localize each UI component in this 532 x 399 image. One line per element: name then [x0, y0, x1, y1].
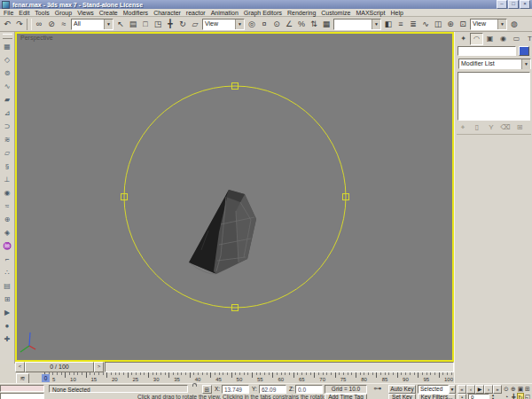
- named-selection-dropdown[interactable]: ▼: [333, 19, 381, 30]
- track-bar[interactable]: ≋ 0 510152025303540455055606570758085909…: [15, 372, 454, 383]
- create-plane-icon[interactable]: ▱: [1, 146, 14, 160]
- layer-manager-icon[interactable]: ≣: [407, 18, 419, 30]
- current-frame-marker[interactable]: 0: [42, 374, 50, 382]
- tab-display-icon[interactable]: ▭: [510, 33, 523, 45]
- select-and-manipulate-icon[interactable]: ¤: [258, 18, 270, 30]
- current-frame-field[interactable]: [468, 394, 489, 399]
- menu-item-edit[interactable]: Edit: [19, 10, 29, 16]
- reference-coordinate-dropdown[interactable]: View ▼: [202, 19, 245, 30]
- create-fracture-icon[interactable]: ◈: [1, 226, 14, 239]
- menu-item-rendering[interactable]: Rendering: [287, 10, 316, 16]
- bind-to-space-warp-icon[interactable]: ≈: [58, 18, 70, 30]
- percent-snap-icon[interactable]: %: [295, 18, 308, 30]
- time-slider-track[interactable]: [105, 362, 454, 372]
- open-property-editor-icon[interactable]: ▤: [1, 279, 14, 293]
- create-wind-icon[interactable]: ≈: [1, 200, 14, 213]
- select-and-link-icon[interactable]: ∞: [33, 18, 45, 30]
- quick-render-icon[interactable]: ◍: [508, 18, 520, 30]
- render-type-dropdown[interactable]: View ▼: [470, 19, 507, 30]
- chevron-down-icon[interactable]: ▼: [104, 20, 113, 29]
- menu-item-animation[interactable]: Animation: [211, 10, 239, 16]
- create-water-icon[interactable]: ♒: [1, 239, 14, 253]
- make-unique-icon[interactable]: Y: [485, 122, 497, 133]
- chevron-down-icon[interactable]: ▼: [372, 20, 380, 29]
- menu-item-create[interactable]: Create: [99, 10, 118, 16]
- point-point-constraint-icon[interactable]: ∴: [1, 266, 14, 279]
- maximize-button[interactable]: □: [508, 0, 519, 9]
- maxscript-mini-listener-macro[interactable]: [0, 385, 44, 392]
- tab-motion-icon[interactable]: ◉: [497, 33, 510, 45]
- remove-modifier-icon[interactable]: ⌫: [499, 122, 512, 133]
- toolbar-drag-handle[interactable]: [3, 34, 12, 39]
- select-and-scale-icon[interactable]: ▱: [189, 18, 201, 30]
- align-icon[interactable]: ≡: [395, 18, 407, 30]
- create-toy-car-icon[interactable]: ⊕: [1, 213, 14, 226]
- track-bar-ruler[interactable]: 0 51015202530354045505560657075808590951…: [29, 372, 453, 383]
- snap-toggle-icon[interactable]: ⊙: [270, 18, 283, 30]
- cloth-collection-icon[interactable]: ◇: [1, 53, 14, 66]
- frame-spinner[interactable]: ▲▼: [490, 394, 496, 399]
- menu-item-help[interactable]: Help: [390, 10, 403, 16]
- min-max-toggle-icon[interactable]: ◱: [524, 393, 531, 399]
- play-animation-icon[interactable]: ▶: [475, 385, 484, 394]
- window-crossing-icon[interactable]: ◳: [152, 18, 164, 30]
- chevron-down-icon[interactable]: ▼: [449, 385, 456, 394]
- create-animation-icon[interactable]: ●: [1, 319, 14, 332]
- tab-modify-icon[interactable]: ◠: [470, 33, 483, 45]
- menu-item-graph-editors[interactable]: Graph Editors: [244, 10, 282, 16]
- menu-item-views[interactable]: Views: [77, 10, 94, 16]
- menu-item-modifiers[interactable]: Modifiers: [123, 10, 148, 16]
- close-button[interactable]: ×: [520, 0, 530, 9]
- preview-animation-icon[interactable]: ▶: [1, 306, 14, 319]
- menu-item-tools[interactable]: Tools: [35, 10, 49, 16]
- material-editor-icon[interactable]: ⊛: [444, 18, 457, 30]
- reactor-utils-icon[interactable]: ✚: [1, 332, 14, 346]
- select-by-name-icon[interactable]: ▤: [127, 18, 139, 30]
- show-end-result-icon[interactable]: ▯: [471, 122, 483, 133]
- select-and-move-icon[interactable]: ╋: [164, 18, 176, 30]
- tab-utilities-icon[interactable]: T: [523, 33, 532, 45]
- selection-lock-icon[interactable]: [191, 386, 200, 394]
- modifier-stack-list[interactable]: [458, 72, 530, 121]
- y-coordinate-field[interactable]: [259, 385, 286, 394]
- scene-object[interactable]: [189, 190, 256, 274]
- chevron-down-icon[interactable]: ▼: [497, 20, 506, 29]
- use-pivot-point-center-icon[interactable]: ◎: [246, 18, 258, 30]
- create-spring-icon[interactable]: §: [1, 160, 14, 173]
- mirror-icon[interactable]: ◧: [382, 18, 395, 30]
- rigid-body-collection-icon[interactable]: ▦: [1, 40, 14, 53]
- time-configuration-icon[interactable]: ◔: [503, 393, 510, 399]
- arc-rotate-icon[interactable]: ↻: [517, 393, 524, 399]
- x-coordinate-field[interactable]: [222, 385, 249, 394]
- spinner-snap-icon[interactable]: ⇅: [308, 18, 320, 30]
- minimize-button[interactable]: –: [497, 0, 507, 9]
- menu-item-reactor[interactable]: reactor: [186, 10, 206, 16]
- set-key-button[interactable]: Set Key: [388, 394, 416, 399]
- menu-item-maxscript[interactable]: MAXScript: [356, 10, 385, 16]
- soft-body-collection-icon[interactable]: ⊚: [1, 66, 14, 80]
- menu-item-customize[interactable]: Customize: [321, 10, 350, 16]
- deforming-mesh-collection-icon[interactable]: ▰: [1, 93, 14, 106]
- tab-create-icon[interactable]: ✦: [457, 33, 470, 45]
- add-time-tag-button[interactable]: Add Time Tag: [325, 394, 367, 399]
- time-slider-handle[interactable]: 0 / 100: [25, 362, 94, 372]
- pin-stack-icon[interactable]: ⌖: [457, 122, 469, 133]
- undo-icon[interactable]: ↶: [1, 18, 13, 30]
- rectangular-selection-region-icon[interactable]: □: [139, 18, 152, 30]
- apply-cloth-modifier-icon[interactable]: ⊿: [1, 106, 14, 120]
- time-slider-next-button[interactable]: >: [94, 362, 104, 372]
- select-object-icon[interactable]: ↖: [114, 18, 127, 30]
- menu-item-character[interactable]: Character: [153, 10, 181, 16]
- set-key-icon[interactable]: ⊶: [371, 385, 385, 394]
- schematic-view-icon[interactable]: ◫: [432, 18, 444, 30]
- go-to-start-icon[interactable]: «: [458, 385, 466, 394]
- tab-hierarchy-icon[interactable]: ▣: [483, 33, 497, 45]
- menu-item-file[interactable]: File: [4, 10, 13, 16]
- edit-named-selection-sets-icon[interactable]: ▦: [320, 18, 332, 30]
- chevron-down-icon[interactable]: ▼: [521, 59, 530, 69]
- z-coordinate-field[interactable]: [295, 385, 323, 394]
- key-mode-dropdown[interactable]: Selected ▼: [418, 385, 456, 394]
- apply-rope-modifier-icon[interactable]: ≋: [1, 133, 14, 146]
- object-name-field[interactable]: [458, 46, 516, 56]
- modifier-list-dropdown[interactable]: Modifier List ▼: [458, 59, 531, 69]
